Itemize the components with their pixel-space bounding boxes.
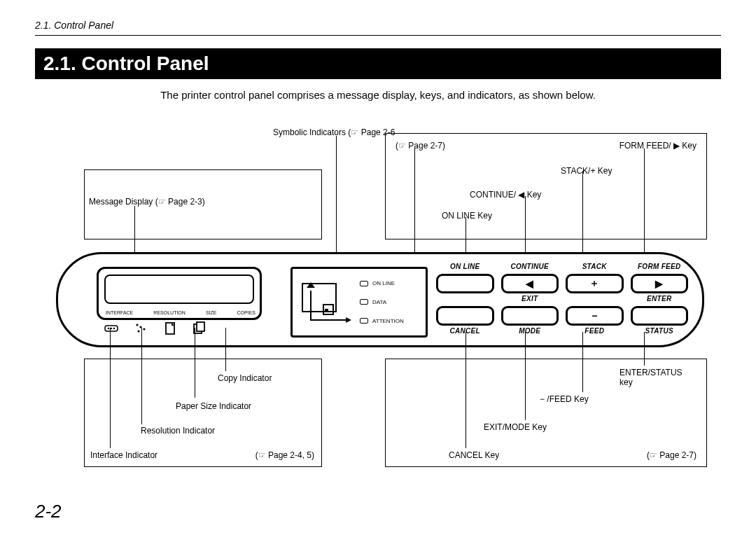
left-triangle-icon: ◀ — [526, 278, 533, 289]
size-icon — [163, 321, 177, 335]
mode-key[interactable] — [501, 306, 559, 326]
formfeed-key[interactable]: ▶ — [631, 274, 689, 293]
stack-key[interactable]: ＋ — [566, 274, 624, 293]
lcd-inner — [104, 275, 254, 304]
label-symbolic-indicators: Symbolic Indicators (☞ Page 2-6 — [273, 127, 395, 137]
plus-icon: ＋ — [589, 277, 599, 290]
leader-feed — [582, 332, 583, 392]
label-cancel-key: CANCEL Key — [449, 450, 499, 460]
leader-page27a — [414, 148, 415, 262]
key-label-blank2 — [566, 295, 624, 305]
key-label-exit: EXIT — [501, 295, 559, 305]
resolution-icon — [134, 321, 148, 335]
callout-box-bottom-right: ENTER/STATUS key − /FEED Key EXIT/MODE K… — [385, 359, 707, 467]
section-title: 2.1. Control Panel — [35, 48, 721, 79]
svg-rect-15 — [325, 309, 328, 312]
key-label-formfeed: FORM FEED — [631, 263, 689, 272]
cancel-key[interactable] — [436, 306, 494, 326]
label-enter-status-key: ENTER/STATUS key — [620, 368, 696, 387]
leader-interface-ind — [110, 328, 111, 448]
led-online — [360, 281, 368, 286]
label-interface-ind: Interface Indicator — [90, 450, 158, 460]
lcd-label-copies: COPIES — [237, 310, 255, 315]
lcd-label-resolution: RESOLUTION — [153, 310, 186, 315]
leader-exitmode — [525, 332, 526, 420]
svg-point-1 — [108, 328, 110, 330]
leader-enterstatus — [644, 332, 645, 366]
callout-box-top-left: Message Display (☞ Page 2-3) — [84, 169, 322, 239]
callout-box-bottom-left: Copy Indicator Paper Size Indicator Reso… — [84, 359, 322, 467]
callout-box-top-right: (☞ Page 2-7) FORM FEED/ ▶ Key STACK/+ Ke… — [385, 133, 707, 239]
led-data-label: DATA — [372, 299, 386, 305]
led-data-row: DATA — [360, 299, 426, 305]
label-page27a: (☞ Page 2-7) — [396, 141, 445, 151]
led-online-label: ON LINE — [372, 280, 395, 286]
label-page27b: (☞ Page 2-7) — [647, 450, 696, 460]
led-data — [360, 299, 368, 305]
led-attention — [360, 318, 368, 324]
leader-papersize-ind — [195, 328, 195, 398]
led-attention-label: ATTENTION — [372, 318, 404, 324]
running-header: 2.1. Control Panel — [35, 20, 721, 31]
interface-icon — [104, 321, 118, 335]
lcd-bottom-labels: INTERFACE RESOLUTION SIZE COPIES — [106, 310, 255, 315]
minus-icon: − — [592, 310, 597, 321]
intro-text: The printer control panel comprises a me… — [35, 89, 721, 101]
label-stack-plus-key: STACK/+ Key — [561, 166, 612, 176]
right-triangle-icon: ▶ — [655, 278, 663, 289]
key-label-feed: FEED — [566, 327, 624, 337]
led-online-row: ON LINE — [360, 280, 426, 286]
message-display: INTERFACE RESOLUTION SIZE COPIES — [97, 267, 262, 320]
svg-rect-10 — [197, 322, 204, 331]
label-continue-key: CONTINUE/ ◀ Key — [470, 190, 541, 200]
label-minus-feed-key: − /FEED Key — [540, 394, 589, 404]
key-label-mode: MODE — [501, 327, 559, 337]
key-label-status: STATUS — [631, 327, 689, 337]
feed-key[interactable]: − — [566, 306, 624, 326]
led-attention-row: ATTENTION — [360, 318, 426, 324]
leader-stack — [582, 171, 583, 263]
lcd-label-size: SIZE — [206, 310, 217, 315]
label-resolution-ind: Resolution Indicator — [141, 426, 215, 436]
continue-key[interactable]: ◀ — [501, 274, 559, 293]
leader-symbolic — [336, 136, 337, 263]
control-panel: INTERFACE RESOLUTION SIZE COPIES — [56, 252, 704, 347]
label-message-display: Message Display (☞ Page 2-3) — [89, 197, 205, 207]
online-key[interactable] — [436, 274, 494, 293]
svg-point-2 — [111, 328, 113, 330]
key-label-stack: STACK — [566, 263, 624, 272]
key-label-enter: ENTER — [631, 295, 689, 305]
label-online-key: ON LINE Key — [442, 211, 492, 221]
control-panel-diagram: Message Display (☞ Page 2-3) Symbolic In… — [35, 113, 721, 485]
svg-marker-13 — [346, 317, 351, 323]
symbolic-indicators-box: ON LINE DATA ATTENTION — [290, 267, 428, 338]
label-exit-mode-key: EXIT/MODE Key — [484, 422, 547, 432]
label-paper-size-ind: Paper Size Indicator — [176, 401, 251, 411]
key-label-blank — [436, 295, 494, 305]
leader-cancel — [465, 332, 466, 448]
label-copy-ind: Copy Indicator — [218, 373, 272, 383]
status-key[interactable] — [631, 306, 689, 326]
leader-resolution-ind — [141, 328, 142, 424]
lcd-label-interface: INTERFACE — [106, 310, 133, 315]
header-rule — [35, 35, 721, 36]
key-grid: ON LINE CONTINUE STACK FORM FEED ◀ ＋ ▶ E… — [436, 263, 688, 336]
svg-point-3 — [113, 328, 115, 330]
printer-path-icon — [297, 278, 360, 327]
key-label-online: ON LINE — [436, 263, 494, 272]
label-form-feed-key: FORM FEED/ ▶ Key — [620, 141, 696, 151]
svg-point-7 — [137, 330, 139, 332]
indicator-icon-row — [104, 321, 206, 335]
svg-point-6 — [143, 328, 145, 330]
label-page245: (☞ Page 2-4, 5) — [255, 450, 314, 460]
page-number: 2-2 — [35, 501, 62, 522]
leader-copy-ind — [225, 328, 226, 371]
svg-point-4 — [136, 324, 138, 326]
key-label-continue: CONTINUE — [501, 263, 559, 272]
leader-formfeed — [644, 148, 645, 263]
